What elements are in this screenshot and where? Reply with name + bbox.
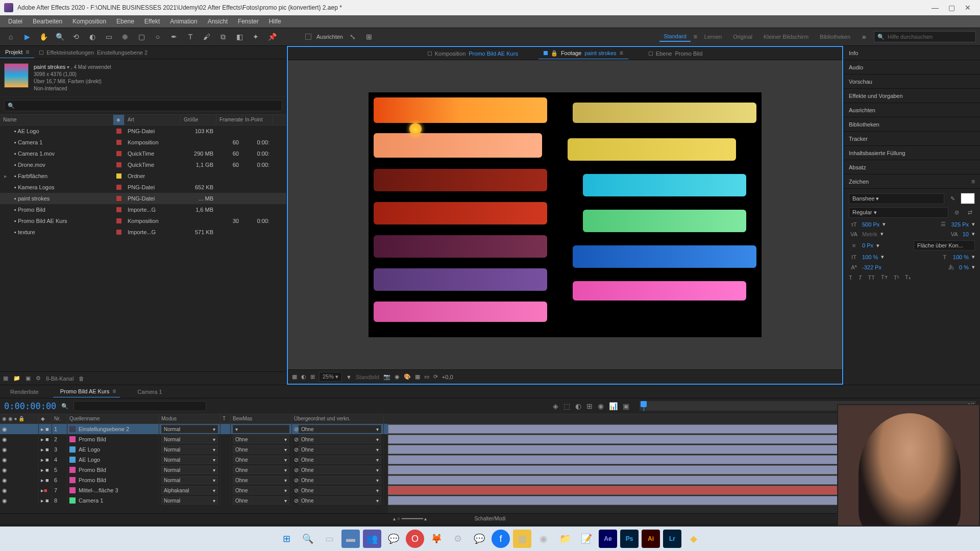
project-row[interactable]: ▪ Promo Bild AE KursKomposition300:00:	[0, 215, 286, 227]
layer-row[interactable]: ◉ ▸ ■2Promo BildNormal ▾Ohne ▾⊘ Ohne ▾	[0, 434, 388, 444]
app-icon-2[interactable]: ▦	[513, 530, 531, 548]
panel-audio[interactable]: Audio	[844, 60, 980, 74]
shape-tool[interactable]: ▢	[135, 30, 148, 43]
close-button[interactable]: ✕	[960, 0, 976, 15]
eyedropper-icon[interactable]: ✎	[947, 195, 958, 202]
panel-align[interactable]: Ausrichten	[844, 103, 980, 117]
project-row[interactable]: ▪ textureImporte...G571 KB	[0, 227, 286, 238]
fill-swatch[interactable]	[961, 193, 975, 204]
col-art[interactable]: Art	[125, 115, 181, 125]
text-tool[interactable]: T	[184, 30, 197, 43]
timecode[interactable]: 0:00:00:00	[4, 401, 56, 411]
workspace-standard[interactable]: Standard	[659, 32, 691, 42]
taskbar-search[interactable]: 🔍	[299, 530, 317, 548]
selection-tool[interactable]: ▶	[20, 30, 34, 43]
mask-icon[interactable]: ◐	[301, 373, 306, 380]
color-mgmt-icon[interactable]: 🎨	[404, 373, 411, 380]
illustrator-icon[interactable]: Ai	[642, 530, 660, 548]
notepad-icon[interactable]: 📝	[577, 530, 596, 548]
home-icon[interactable]: ⌂	[4, 30, 17, 43]
layer-list[interactable]: ◉ ▸ ■1Einstellungsebene 2Normal ▾ ▾⊘ Ohn…	[0, 424, 388, 513]
aftereffects-icon[interactable]: Ae	[599, 530, 617, 548]
orbit-tool[interactable]: ⟲	[69, 30, 83, 43]
panel-effects[interactable]: Effekte und Vorgaben	[844, 89, 980, 103]
draft3d-icon[interactable]: ⬚	[564, 402, 570, 410]
snap-checkbox[interactable]	[305, 34, 311, 40]
app-icon-3[interactable]: ◆	[684, 530, 703, 548]
timeline-search-icon[interactable]: 🔍	[61, 403, 68, 410]
rotate-tool[interactable]: ◐	[86, 30, 99, 43]
project-row[interactable]: ▪ Kamera LogosPNG-Datei652 KB	[0, 182, 286, 193]
workspace-learn[interactable]: Lernen	[700, 32, 726, 41]
snap-grid-icon[interactable]: ⊞	[362, 30, 376, 43]
layer-row[interactable]: ◉ ▸ ■3AE LogoNormal ▾Ohne ▾⊘ Ohne ▾	[0, 444, 388, 455]
hand-tool[interactable]: ✋	[37, 30, 50, 43]
motionblur-icon[interactable]: ◉	[598, 402, 604, 410]
layer-row[interactable]: ◉ ▸ ■4AE LogoNormal ▾Ohne ▾⊘ Ohne ▾	[0, 455, 388, 465]
panel-tracker[interactable]: Tracker	[844, 132, 980, 146]
menu-composition[interactable]: Komposition	[67, 16, 111, 27]
kerning-value[interactable]: Metrik	[862, 231, 877, 237]
workspace-original[interactable]: Original	[729, 32, 756, 41]
project-row[interactable]: ▪ Camera 1Komposition600:00:	[0, 137, 286, 148]
font-dropdown[interactable]: Banshee ▾	[849, 193, 944, 204]
resolution-icon[interactable]: ▼	[346, 374, 352, 380]
font-weight-dropdown[interactable]: Regular ▾	[849, 207, 948, 218]
pen-tool[interactable]: ✒	[167, 30, 181, 43]
subscript-icon[interactable]: T₁	[905, 274, 911, 281]
viewer-canvas[interactable]	[288, 60, 842, 369]
panel-character[interactable]: Zeichen≡	[844, 174, 980, 189]
exposure-value[interactable]: +0,0	[442, 374, 453, 380]
layer-row[interactable]: ◉ ▸ ■6Promo BildNormal ▾Ohne ▾⊘ Ohne ▾	[0, 475, 388, 485]
superscript-icon[interactable]: T¹	[894, 274, 899, 281]
vscale-value[interactable]: 100 %	[862, 254, 878, 260]
stroke-fill-dropdown[interactable]: Fläche über Kon...	[914, 240, 975, 251]
clone-tool[interactable]: ⧉	[216, 30, 230, 43]
menu-window[interactable]: Fenster	[233, 16, 264, 27]
graph-icon[interactable]: 📊	[609, 402, 618, 410]
panel-info[interactable]: Info	[844, 46, 980, 60]
layer-row[interactable]: ◉ ▸ ■1Einstellungsebene 2Normal ▾ ▾⊘ Ohn…	[0, 424, 388, 434]
tsume-value[interactable]: 0 %	[959, 264, 969, 270]
bit-depth[interactable]: 8-Bit-Kanal	[46, 375, 74, 382]
col-inpoint[interactable]: In-Point	[242, 115, 273, 125]
folder-icon[interactable]: 📁	[556, 530, 574, 548]
workspace-libraries[interactable]: Bibliotheken	[816, 32, 854, 41]
hscale-value[interactable]: 100 %	[953, 254, 969, 260]
menu-layer[interactable]: Ebene	[111, 16, 139, 27]
menu-effect[interactable]: Effekt	[139, 16, 165, 27]
start-button[interactable]: ⊞	[277, 530, 296, 548]
col-name[interactable]: Name	[0, 115, 113, 125]
grid-icon[interactable]: ▦	[292, 373, 297, 380]
lightroom-icon[interactable]: Lr	[663, 530, 681, 548]
project-file-list[interactable]: ▪ AE LogoPNG-Datei103 KB▪ Camera 1Kompos…	[0, 126, 286, 371]
project-row[interactable]: ▪ AE LogoPNG-Datei103 KB	[0, 126, 286, 137]
obs-icon[interactable]: ◉	[534, 530, 553, 548]
new-comp-icon[interactable]: ▣	[26, 375, 31, 382]
font-size[interactable]: 500 Px	[862, 221, 879, 228]
allcaps-icon[interactable]: TT	[868, 274, 874, 281]
eraser-tool[interactable]: ◧	[233, 30, 246, 43]
project-row[interactable]: ▸▪ FarbflächenOrdner	[0, 170, 286, 182]
refresh-icon[interactable]: ⟳	[433, 373, 438, 380]
project-row[interactable]: ▪ Promo BildImporte...G1,6 MB	[0, 204, 286, 215]
brainstorm-icon[interactable]: ▣	[623, 402, 629, 410]
zoom-dropdown[interactable]: 25% ▾	[319, 372, 342, 382]
snap-options-icon[interactable]: ⤡	[346, 30, 359, 43]
panel-libraries[interactable]: Bibliotheken	[844, 117, 980, 132]
col-framerate[interactable]: Framerate	[216, 115, 242, 125]
col-size[interactable]: Größe	[181, 115, 216, 125]
panel-contentfill[interactable]: Inhaltsbasierte Füllung	[844, 146, 980, 160]
stroke-width[interactable]: 0 Px	[862, 242, 873, 248]
project-row[interactable]: ▪ Drone.movQuickTime1,1 GB600:00:	[0, 159, 286, 170]
menu-help[interactable]: Hilfe	[264, 16, 286, 27]
comp-mini-icon[interactable]: ◈	[553, 402, 558, 410]
tab-renderqueue[interactable]: Renderliste	[6, 387, 43, 397]
anchor-tool[interactable]: ⊕	[118, 30, 132, 43]
whatsapp-icon[interactable]: 💬	[384, 530, 403, 548]
layer-row[interactable]: ◉ ▸ ■8Camera 1Normal ▾Ohne ▾⊘ Ohne ▾	[0, 495, 388, 506]
menu-animation[interactable]: Animation	[165, 16, 202, 27]
smallcaps-icon[interactable]: Tᴛ	[881, 274, 888, 281]
menu-file[interactable]: Datei	[3, 16, 28, 27]
no-fill-icon[interactable]: ⊘	[951, 209, 962, 216]
